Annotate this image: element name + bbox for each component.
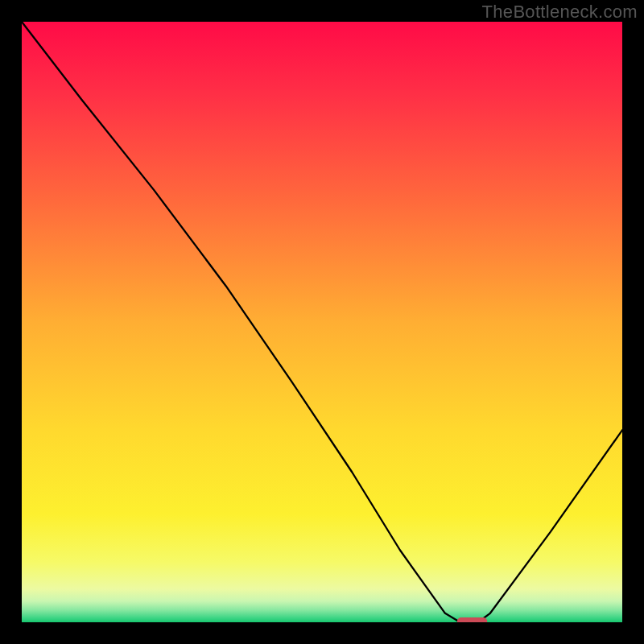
gradient-background (22, 22, 622, 622)
chart-canvas: TheBottleneck.com (0, 0, 644, 644)
chart-svg (22, 22, 622, 622)
plot-area (22, 22, 622, 622)
watermark-text: TheBottleneck.com (482, 2, 638, 23)
bottleneck-marker (457, 617, 487, 622)
